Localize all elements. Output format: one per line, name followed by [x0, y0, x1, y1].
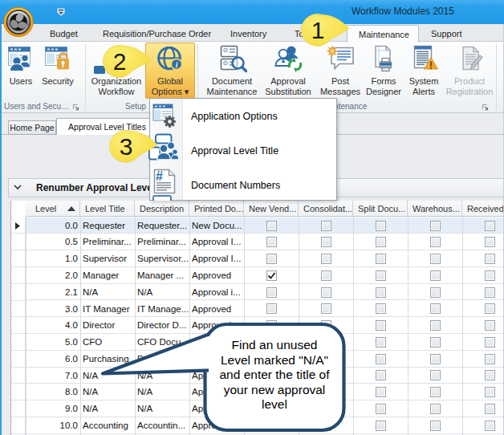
- svg-text:#: #: [156, 169, 163, 183]
- svg-text:i: i: [176, 61, 178, 69]
- svg-text:2: 2: [113, 48, 127, 75]
- svg-text:3: 3: [120, 133, 133, 160]
- svg-text:1: 1: [311, 17, 325, 43]
